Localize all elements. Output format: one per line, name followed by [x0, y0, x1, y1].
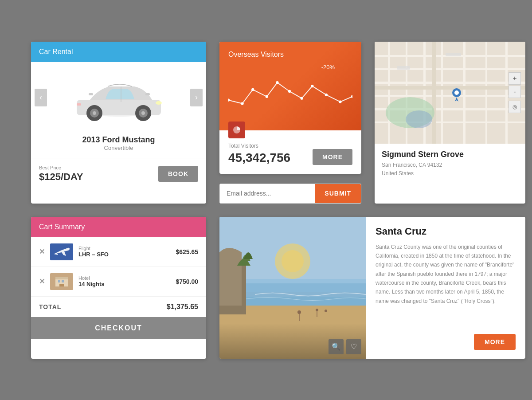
car-type: Convertible [31, 145, 206, 151]
svg-point-4 [276, 81, 278, 84]
map-svg [375, 42, 525, 144]
flight-desc: LHR – SFO [78, 251, 170, 258]
svg-rect-44 [397, 66, 410, 70]
svg-point-16 [93, 111, 96, 115]
visitors-stats: Total Visitors 45,342,756 [228, 143, 290, 165]
cart-total-label: TOTAL [39, 303, 61, 310]
visitors-chart-area: Overseas Visitors -20% [219, 42, 361, 130]
map-place-name: Sigmund Stern Grove [382, 150, 518, 159]
checkout-label: CHECKOUT [95, 324, 142, 332]
hotel-price: $750.00 [176, 278, 198, 285]
svg-point-62 [325, 310, 327, 312]
email-input[interactable] [220, 184, 315, 203]
cart-total-row: TOTAL $1,375.65 [31, 297, 206, 317]
flight-info: Flight LHR – SFO [78, 246, 170, 258]
svg-point-19 [141, 111, 145, 115]
santa-cruz-card: 🔍 ♡ Santa Cruz Santa Cruz County was one… [219, 217, 525, 359]
svg-point-8 [325, 93, 328, 96]
checkout-button[interactable]: CHECKOUT [31, 317, 206, 339]
map-address-line1: San Francisco, CA 94132 [382, 161, 518, 169]
map-address: San Francisco, CA 94132 United States [382, 161, 518, 178]
car-image-area: ‹ [31, 62, 206, 133]
svg-point-6 [300, 97, 303, 99]
hotel-desc: 14 Nights [78, 281, 170, 287]
svg-point-2 [251, 88, 254, 90]
car-info: 2013 Ford Mustang Convertible [31, 133, 206, 158]
santa-cruz-content: Santa Cruz Santa Cruz County was one of … [366, 217, 525, 359]
plane-icon [52, 245, 71, 259]
hotel-thumbnail [50, 273, 73, 290]
svg-rect-34 [441, 42, 443, 144]
car-prev-button[interactable]: ‹ [35, 89, 47, 106]
search-image-button[interactable]: 🔍 [329, 339, 344, 354]
svg-point-0 [228, 98, 230, 101]
svg-rect-28 [375, 95, 525, 97]
map-zoom-in-button[interactable]: + [509, 72, 521, 85]
email-submit-row: SUBMIT [219, 184, 361, 204]
car-price-label: Best Price [39, 165, 83, 170]
car-price: $125/DAY [39, 171, 83, 183]
visitors-line-chart [228, 63, 352, 116]
car-image [70, 73, 168, 122]
svg-rect-39 [432, 42, 436, 144]
visitors-more-button[interactable]: MORE [313, 149, 352, 165]
svg-rect-38 [375, 86, 525, 90]
total-visitors-count: 45,342,756 [228, 151, 290, 165]
svg-point-20 [156, 101, 162, 105]
hotel-info: Hotel 14 Nights [78, 275, 170, 287]
svg-rect-35 [463, 42, 466, 144]
car-pricing: Best Price $125/DAY [39, 165, 83, 183]
cart-items: ✕ Flight LHR – SFO $625.65 ✕ [31, 237, 206, 297]
col1: Overseas Visitors -20% [219, 42, 361, 204]
remove-hotel-button[interactable]: ✕ [39, 277, 45, 286]
map-compass-button[interactable]: ◎ [509, 101, 521, 113]
santa-cruz-more-button[interactable]: MORE [474, 334, 516, 350]
car-rental-header: Car Rental [31, 42, 206, 62]
map-card: + - ◎ Sigmund Stern Grove San Francisco,… [375, 42, 525, 204]
visitors-chart-title: Overseas Visitors [228, 51, 352, 59]
remove-flight-button[interactable]: ✕ [39, 247, 45, 256]
image-actions: 🔍 ♡ [329, 339, 361, 354]
santa-cruz-description: Santa Cruz County was one of the origina… [376, 243, 516, 306]
chart-pie-icon [228, 122, 245, 138]
cart-header: Cart Summary [31, 217, 206, 237]
main-container: Overseas Visitors -20% [22, 33, 510, 368]
car-name: 2013 Ford Mustang [31, 135, 206, 145]
santa-cruz-image: 🔍 ♡ [219, 217, 366, 359]
visitors-card: Overseas Visitors -20% [219, 42, 361, 174]
cart-item-flight: ✕ Flight LHR – SFO $625.65 [31, 237, 206, 267]
map-info: Sigmund Stern Grove San Francisco, CA 94… [375, 144, 525, 184]
svg-rect-49 [62, 280, 64, 282]
svg-rect-36 [485, 42, 487, 144]
svg-rect-32 [406, 42, 407, 144]
svg-point-7 [311, 84, 313, 87]
svg-point-58 [297, 310, 301, 314]
map-zoom-controls: + - ◎ [509, 72, 521, 113]
svg-point-54 [282, 250, 304, 272]
svg-rect-33 [423, 42, 426, 144]
visitors-chart-label: -20% [321, 64, 335, 71]
map-address-line2: United States [382, 169, 518, 178]
map-zoom-out-button[interactable]: - [509, 86, 521, 98]
submit-button[interactable]: SUBMIT [315, 184, 361, 203]
car-next-button[interactable]: › [190, 89, 203, 106]
svg-rect-27 [375, 82, 525, 84]
svg-point-5 [288, 90, 291, 92]
svg-rect-37 [505, 42, 508, 144]
santa-cruz-body: Santa Cruz Santa Cruz County was one of … [376, 226, 516, 306]
svg-rect-45 [446, 53, 461, 56]
cart-title: Cart Summary [39, 223, 198, 231]
cart-card: Cart Summary ✕ Flight LHR – SFO $625.65 [31, 217, 206, 359]
cart-total-price: $1,375.65 [167, 303, 198, 311]
svg-rect-31 [388, 42, 390, 144]
book-button[interactable]: BOOK [158, 166, 198, 182]
heart-button[interactable]: ♡ [346, 339, 361, 354]
svg-rect-47 [55, 277, 68, 279]
total-visitors-label: Total Visitors [228, 143, 290, 149]
svg-rect-50 [59, 284, 64, 286]
svg-rect-22 [89, 93, 93, 95]
row2: Cart Summary ✕ Flight LHR – SFO $625.65 [31, 217, 525, 359]
santa-cruz-title: Santa Cruz [376, 226, 516, 237]
map-area: + - ◎ [375, 42, 525, 144]
svg-point-43 [454, 90, 459, 95]
